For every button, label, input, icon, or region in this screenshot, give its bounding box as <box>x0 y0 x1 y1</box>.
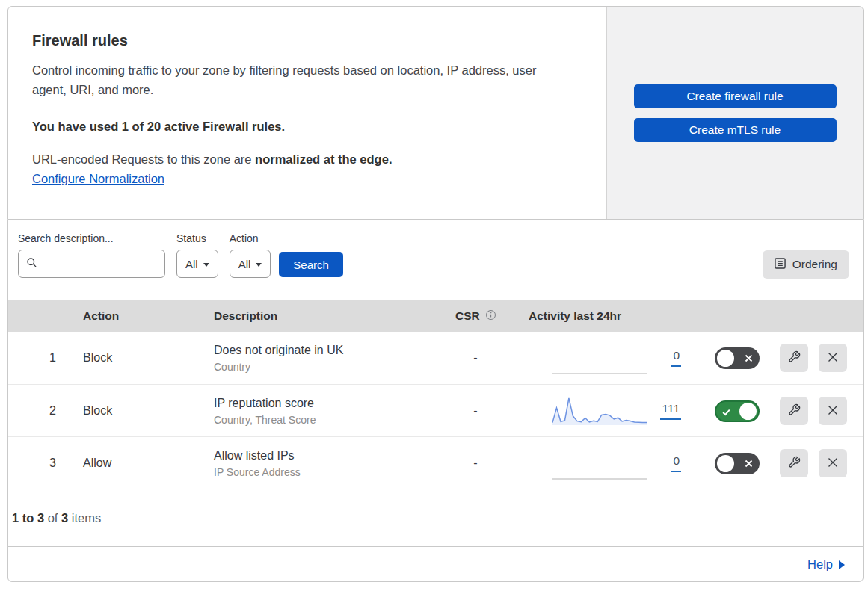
close-icon <box>827 457 839 471</box>
rule-priority: 1 <box>8 351 76 365</box>
search-input[interactable] <box>43 258 157 270</box>
info-icon[interactable] <box>485 309 496 324</box>
wrench-icon <box>788 456 801 471</box>
rule-action: Block <box>76 404 206 418</box>
wrench-icon <box>788 350 801 365</box>
create-firewall-rule-button[interactable]: Create firewall rule <box>634 84 837 108</box>
table-body: 1 Block Does not originate in UK Country… <box>8 332 863 489</box>
close-icon <box>827 351 839 365</box>
ordering-button[interactable]: Ordering <box>763 250 849 279</box>
status-label: Status <box>176 232 218 244</box>
table-row: 1 Block Does not originate in UK Country… <box>8 332 863 384</box>
activity-sparkline <box>513 385 647 437</box>
pagination-summary: 1 to 3 of 3 items <box>8 489 863 546</box>
table-row: 2 Block IP reputation score Country, Thr… <box>8 384 863 436</box>
status-dropdown-value: All <box>185 258 198 270</box>
page-title: Firewall rules <box>32 32 576 49</box>
cta-panel: Create firewall rule Create mTLS rule <box>606 7 863 219</box>
activity-count-link[interactable]: 111 <box>660 402 681 420</box>
rule-description: Allow listed IPs IP Source Address <box>206 449 438 478</box>
rule-title: Allow listed IPs <box>214 449 438 462</box>
activity-count-link[interactable]: 0 <box>671 454 681 472</box>
help-link[interactable]: Help <box>807 557 833 572</box>
action-label: Action <box>230 232 271 244</box>
action-dropdown[interactable]: All <box>230 250 271 278</box>
edit-rule-button[interactable] <box>780 344 808 372</box>
activity-sparkline <box>513 437 647 489</box>
column-activity: Activity last 24hr <box>513 309 700 323</box>
enable-toggle[interactable] <box>715 400 760 422</box>
column-description: Description <box>206 309 438 323</box>
status-dropdown[interactable]: All <box>176 250 218 278</box>
rule-description: IP reputation score Country, Threat Scor… <box>206 397 438 426</box>
rule-priority: 2 <box>8 404 76 418</box>
activity-count-link[interactable]: 0 <box>671 349 681 367</box>
table-header-row: Action Description CSR Activity last 24h… <box>8 300 863 332</box>
rule-fields: IP Source Address <box>214 466 438 478</box>
rule-title: IP reputation score <box>214 397 438 410</box>
rule-fields: Country, Threat Score <box>214 414 438 426</box>
rule-action: Block <box>76 351 206 365</box>
rule-csr-value: - <box>438 404 513 418</box>
action-dropdown-value: All <box>238 258 251 270</box>
toggle-knob <box>717 455 734 472</box>
help-bar: Help <box>7 546 864 582</box>
page: Firewall rules Control incoming traffic … <box>7 6 864 582</box>
delete-rule-button[interactable] <box>819 344 847 372</box>
rule-csr-value: - <box>438 457 513 470</box>
delete-rule-button[interactable] <box>819 397 847 425</box>
firewall-rules-header-card: Firewall rules Control incoming traffic … <box>7 6 864 220</box>
create-mtls-rule-button[interactable]: Create mTLS rule <box>634 118 837 142</box>
x-icon <box>744 353 754 366</box>
ordering-button-label: Ordering <box>792 258 837 271</box>
chevron-down-icon <box>256 263 262 267</box>
status-filter-group: Status All <box>176 232 218 278</box>
ordering-list-icon <box>775 258 786 272</box>
edit-rule-button[interactable] <box>780 449 808 477</box>
x-icon <box>744 458 754 471</box>
page-description: Control incoming traffic to your zone by… <box>32 61 563 99</box>
chevron-down-icon <box>203 263 209 267</box>
table-row: 3 Allow Allow listed IPs IP Source Addre… <box>8 436 863 489</box>
wrench-icon <box>788 403 801 418</box>
normalization-note: URL-encoded Requests to this zone are no… <box>32 152 576 167</box>
search-icon <box>26 257 37 271</box>
delete-rule-button[interactable] <box>819 449 847 477</box>
intro-section: Firewall rules Control incoming traffic … <box>8 7 606 219</box>
column-csr: CSR <box>438 309 513 324</box>
rule-description: Does not originate in UK Country <box>206 344 438 373</box>
rules-list-card: Search description... Status All Action <box>7 220 864 547</box>
action-filter-group: Action All <box>230 232 271 278</box>
toggle-knob <box>739 403 757 420</box>
column-action: Action <box>76 309 206 323</box>
rule-action: Allow <box>76 457 206 470</box>
help-arrow-icon <box>839 560 845 569</box>
edit-rule-button[interactable] <box>780 397 808 425</box>
usage-summary: You have used 1 of 20 active Firewall ru… <box>32 120 576 134</box>
close-icon <box>827 404 839 418</box>
activity-sparkline <box>513 332 647 384</box>
rule-fields: Country <box>214 361 438 373</box>
toggle-knob <box>717 350 734 367</box>
rule-title: Does not originate in UK <box>214 344 438 357</box>
rule-priority: 3 <box>8 457 76 470</box>
search-label: Search description... <box>18 232 165 244</box>
filter-bar: Search description... Status All Action <box>8 220 863 300</box>
configure-normalization-link[interactable]: Configure Normalization <box>32 172 164 186</box>
enable-toggle[interactable] <box>715 453 760 474</box>
search-group: Search description... <box>18 232 165 278</box>
rule-csr-value: - <box>438 351 513 365</box>
check-icon <box>721 406 731 420</box>
search-button[interactable]: Search <box>279 252 343 277</box>
search-input-box[interactable] <box>18 250 165 278</box>
enable-toggle[interactable] <box>715 347 760 369</box>
